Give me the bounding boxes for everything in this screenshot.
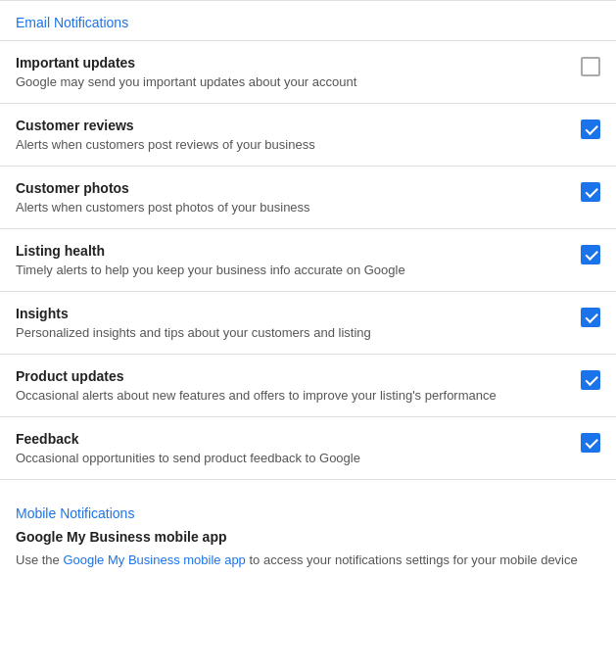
checkbox-wrapper-customer-photos (581, 180, 600, 202)
item-desc-product-updates: Occasional alerts about new features and… (16, 388, 565, 403)
item-desc-customer-reviews: Alerts when customers post reviews of yo… (16, 137, 565, 152)
mobile-desc-prefix: Use the (16, 552, 63, 567)
checkbox-feedback[interactable] (581, 433, 600, 453)
email-items-list: Important updatesGoogle may send you imp… (0, 40, 616, 480)
item-title-feedback: Feedback (16, 431, 565, 447)
item-content-listing-health: Listing healthTimely alerts to help you … (16, 243, 581, 277)
item-title-customer-photos: Customer photos (16, 180, 565, 196)
item-content-customer-reviews: Customer reviewsAlerts when customers po… (16, 118, 581, 152)
notification-item-insights: InsightsPersonalized insights and tips a… (0, 292, 616, 355)
item-desc-customer-photos: Alerts when customers post photos of you… (16, 200, 565, 215)
email-notifications-section: Email Notifications Important updatesGoo… (0, 0, 616, 480)
mobile-notifications-title: Mobile Notifications (16, 492, 600, 529)
item-title-customer-reviews: Customer reviews (16, 118, 565, 133)
item-desc-feedback: Occasional opportunities to send product… (16, 451, 565, 465)
checkbox-customer-reviews[interactable] (581, 120, 600, 139)
checkbox-wrapper-customer-reviews (581, 118, 600, 139)
checkbox-important-updates[interactable] (581, 57, 600, 76)
item-content-feedback: FeedbackOccasional opportunities to send… (16, 431, 581, 465)
item-title-listing-health: Listing health (16, 243, 565, 259)
item-desc-insights: Personalized insights and tips about you… (16, 325, 565, 340)
notification-item-customer-photos: Customer photosAlerts when customers pos… (0, 167, 616, 229)
checkbox-wrapper-listing-health (581, 243, 600, 264)
checkbox-insights[interactable] (581, 308, 600, 327)
checkbox-wrapper-important-updates (581, 55, 600, 76)
checkbox-wrapper-product-updates (581, 368, 600, 390)
item-desc-listing-health: Timely alerts to help you keep your busi… (16, 263, 565, 277)
notification-item-feedback: FeedbackOccasional opportunities to send… (0, 417, 616, 480)
mobile-app-title: Google My Business mobile app (16, 529, 600, 545)
item-title-product-updates: Product updates (16, 368, 565, 384)
checkbox-wrapper-feedback (581, 431, 600, 453)
checkbox-wrapper-insights (581, 306, 600, 327)
checkbox-listing-health[interactable] (581, 245, 600, 264)
mobile-app-link[interactable]: Google My Business mobile app (63, 552, 245, 567)
item-title-insights: Insights (16, 306, 565, 321)
notification-item-customer-reviews: Customer reviewsAlerts when customers po… (0, 104, 616, 167)
item-title-important-updates: Important updates (16, 55, 565, 71)
checkbox-customer-photos[interactable] (581, 182, 600, 202)
mobile-app-description: Use the Google My Business mobile app to… (16, 551, 600, 570)
notification-item-product-updates: Product updatesOccasional alerts about n… (0, 355, 616, 417)
mobile-desc-suffix: to access your notifications settings fo… (246, 552, 578, 567)
notification-item-listing-health: Listing healthTimely alerts to help you … (0, 229, 616, 292)
item-desc-important-updates: Google may send you important updates ab… (16, 74, 565, 89)
item-content-customer-photos: Customer photosAlerts when customers pos… (16, 180, 581, 215)
item-content-insights: InsightsPersonalized insights and tips a… (16, 306, 581, 340)
item-content-product-updates: Product updatesOccasional alerts about n… (16, 368, 581, 403)
notification-item-important-updates: Important updatesGoogle may send you imp… (0, 40, 616, 104)
mobile-notifications-section: Mobile Notifications Google My Business … (0, 480, 616, 570)
email-notifications-title: Email Notifications (0, 0, 616, 40)
checkbox-product-updates[interactable] (581, 370, 600, 390)
item-content-important-updates: Important updatesGoogle may send you imp… (16, 55, 581, 89)
